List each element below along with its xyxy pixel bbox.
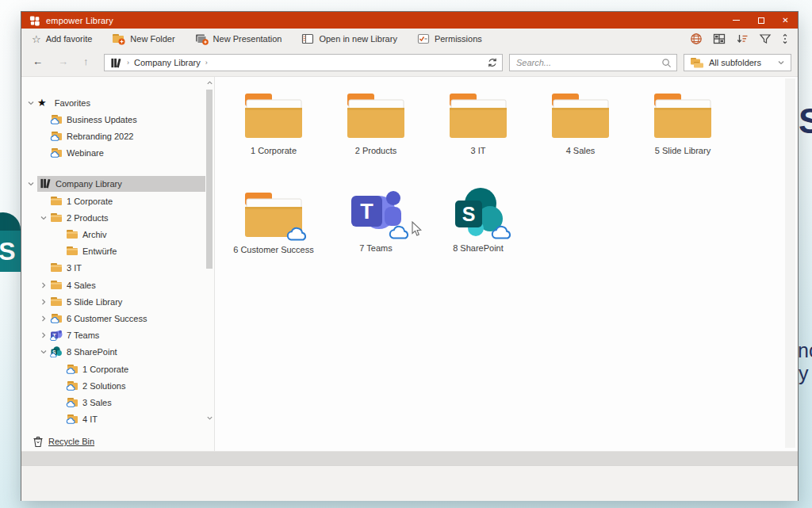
empower-library-window: empower Library ✕ ☆ Add favorite New Fol… [21,11,799,501]
sidebar-item-rebranding-2022[interactable]: Rebranding 2022 [21,128,205,144]
folder-icon [448,93,508,139]
sidebar-item-6-customer-success[interactable]: 6 Customer Success [21,310,205,327]
folder-icon [66,246,79,256]
scrollbar-thumb[interactable] [206,90,213,269]
sidebar-item-5-slide-library[interactable]: 5 Slide Library [21,293,205,310]
body-area: ★ Favorites Business Updates Rebranding … [21,77,798,451]
folder-icon [243,93,304,139]
sidebar-item-sp-2-solutions[interactable]: 2 Solutions [21,377,205,394]
sidebar-item-entwuerfe[interactable]: Entwürfe [21,243,205,259]
background-text-fragment: y [799,362,809,385]
chevron-right-icon[interactable] [37,281,50,289]
view-grid-icon[interactable] [713,32,726,45]
sidebar-item-1-corporate[interactable]: 1 Corporate [21,193,205,209]
sidebar-scrollbar[interactable] [205,77,213,426]
permissions-button[interactable]: Permissions [417,33,482,44]
folder-tile-1-corporate[interactable]: 1 Corporate [230,90,317,155]
background-letter-fragment: S [799,101,812,141]
breadcrumb-segment[interactable]: Company Library [134,58,201,67]
app-tile-8-sharepoint[interactable]: 8 SharePoint [435,187,522,253]
chevron-right-icon[interactable] [37,315,50,323]
maximize-button[interactable] [749,12,773,29]
close-icon: ✕ [782,17,788,25]
folder-tile-5-slide-library[interactable]: 5 Slide Library [639,90,726,155]
mouse-cursor [411,221,422,237]
folder-tile-4-sales[interactable]: 4 Sales [537,90,624,155]
new-presentation-button[interactable]: New Presentation [195,33,282,45]
minimize-button[interactable] [724,12,749,29]
selected-row-highlight: Company Library [37,176,205,192]
back-button[interactable]: ← [33,55,43,68]
sidebar-tree: ★ Favorites Business Updates Rebranding … [21,77,215,451]
folder-cloud-icon [66,414,79,424]
folder-cloud-icon [50,313,63,323]
globe-icon[interactable] [690,32,703,45]
chevron-down-icon[interactable] [37,348,50,356]
empower-logo-icon [29,15,40,26]
scope-dropdown[interactable]: All subfolders [684,54,791,71]
content-scrollbar[interactable] [785,78,795,448]
cloud-icon [286,226,310,241]
forward-button[interactable]: → [58,55,68,68]
search-input[interactable] [510,58,661,67]
chevron-down-icon[interactable] [25,180,37,188]
sidebar-item-sp-1-corporate[interactable]: 1 Corporate [21,361,205,377]
add-favorite-button[interactable]: ☆ Add favorite [32,33,92,45]
sidebar-item-2-products[interactable]: 2 Products [21,209,205,226]
sidebar-item-favorites[interactable]: ★ Favorites [21,94,205,111]
recycle-bin-link[interactable]: Recycle Bin [33,434,94,449]
sidebar-item-3-it[interactable]: 3 IT [21,259,205,276]
library-icon [40,178,52,189]
up-button[interactable]: ↑ [83,55,89,68]
chevron-right-icon[interactable] [37,298,50,306]
horizontal-scrollbar-track[interactable] [21,451,798,465]
sidebar-item-7-teams[interactable]: 7 Teams [21,327,205,343]
folder-cloud-icon [50,131,63,141]
folder-cloud-icon [66,397,79,407]
folder-tile-3-it[interactable]: 3 IT [435,90,522,155]
chevron-down-icon[interactable] [37,214,50,222]
open-in-new-library-button[interactable]: Open in new Library [301,33,396,44]
filter-icon[interactable] [759,32,772,45]
presentation-plus-icon [195,33,209,45]
status-bar [21,465,798,501]
folder-icon [50,262,63,273]
sidebar-item-4-sales[interactable]: 4 Sales [21,277,205,293]
sidebar-item-sp-3-sales[interactable]: 3 Sales [21,394,205,411]
refresh-button[interactable] [482,54,503,71]
breadcrumb-separator: › [205,59,208,67]
sidebar-item-8-sharepoint[interactable]: 8 SharePoint [21,343,205,360]
folder-icon [653,93,713,139]
breadcrumb[interactable]: › Company Library › [104,54,483,71]
close-button[interactable]: ✕ [773,12,798,29]
chevron-down-icon[interactable] [25,99,37,107]
folder-plus-icon [112,33,125,45]
chevron-right-icon[interactable] [37,331,50,339]
folder-icon [50,296,63,307]
trash-icon [33,436,44,448]
folder-icon [50,212,63,223]
more-icon[interactable] [782,32,788,45]
search-icon [661,58,672,68]
toolbar: ☆ Add favorite New Folder New Presentati… [21,29,798,49]
folder-tile-6-customer-success[interactable]: 6 Customer Success [230,189,317,254]
folder-tile-2-products[interactable]: 2 Products [332,90,419,155]
minimize-icon [733,20,740,21]
scope-value: All subfolders [709,58,772,67]
folder-icon [346,93,406,139]
sidebar-item-sp-4-it[interactable]: 4 IT [21,411,205,427]
folder-icon [50,280,63,290]
app-tile-7-teams[interactable]: 7 Teams [332,187,419,253]
star-icon: ★ [37,97,47,108]
sidebar-item-archiv[interactable]: Archiv [21,226,205,243]
scroll-up-icon[interactable] [205,78,213,86]
new-folder-button[interactable]: New Folder [112,33,174,45]
scroll-down-icon[interactable] [205,414,213,422]
content-area: 1 Corporate 2 Products 3 IT 4 Sales 5 Sl… [216,77,798,451]
sort-icon[interactable] [736,32,749,45]
sidebar-item-company-library[interactable]: Company Library [21,175,205,192]
background-text-fragment: nc [798,339,812,362]
sidebar-item-business-updates[interactable]: Business Updates [21,111,205,128]
sidebar-item-webinare[interactable]: Webinare [21,144,205,161]
window-title: empower Library [46,16,113,25]
